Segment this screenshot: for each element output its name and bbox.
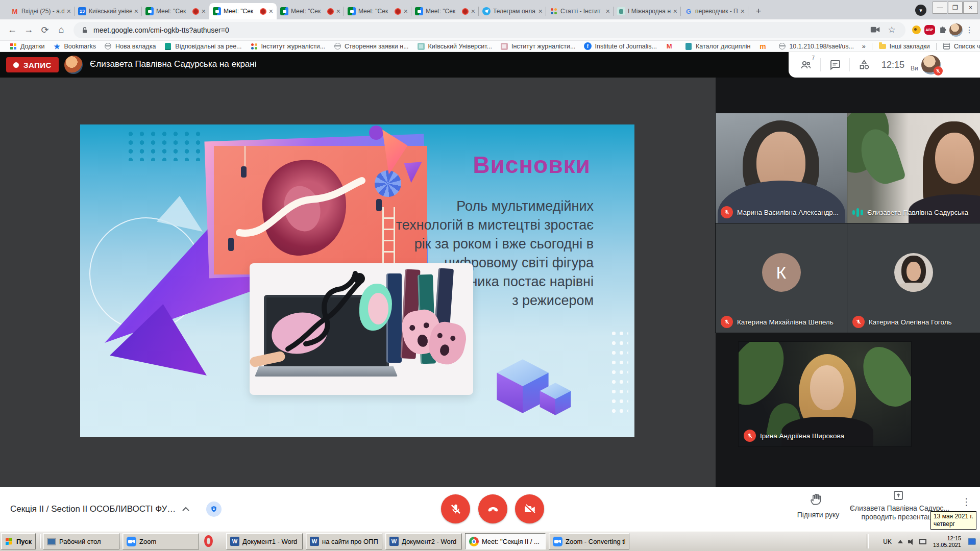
mic-off-icon: [721, 206, 733, 218]
other-bookmarks-button[interactable]: Інші закладки: [874, 42, 934, 51]
close-icon[interactable]: ×: [336, 8, 340, 15]
activities-icon[interactable]: [854, 59, 874, 71]
extensions-puzzle-icon[interactable]: [936, 26, 949, 35]
bookmark-star-icon[interactable]: ☆: [885, 24, 898, 35]
bookmark-bookmarks[interactable]: ★Bookmarks: [48, 42, 100, 51]
bookmark-ip[interactable]: 10.1.210.198/sael/us...: [774, 42, 857, 51]
mic-toggle-button[interactable]: [441, 494, 470, 523]
display-status-icon[interactable]: [968, 538, 976, 545]
forward-icon[interactable]: →: [20, 24, 37, 35]
taskbar-zoom-converting-button[interactable]: Zoom - Converting th...: [549, 533, 629, 549]
participant-name: Катерина Михайлівна Шепель: [737, 318, 834, 326]
browser-menu-icon[interactable]: ⋮: [963, 25, 976, 35]
hang-up-button[interactable]: [478, 494, 507, 523]
bookmark-apps[interactable]: Додатки: [5, 42, 48, 51]
taskbar-opera-button[interactable]: [204, 535, 213, 547]
tab-search-button[interactable]: ▾: [915, 5, 926, 16]
task-label: Zoom - Converting th...: [566, 538, 625, 545]
bookmark-label: Інститут журналісти...: [511, 43, 576, 50]
extension-duck-icon[interactable]: [910, 26, 923, 34]
meet-icon: [280, 7, 288, 15]
raise-hand-icon[interactable]: [808, 491, 823, 507]
close-icon[interactable]: ×: [673, 8, 677, 15]
bookmark-newtab[interactable]: Нова вкладка: [100, 42, 160, 51]
profile-avatar[interactable]: [949, 23, 963, 37]
tab-label: Meet: "Сек: [358, 8, 392, 15]
bookmark-moodle[interactable]: m: [754, 42, 774, 51]
participant-name-row: Марина Василівна Александр...: [721, 206, 839, 218]
bookmark-label: Bookmarks: [64, 43, 96, 50]
back-icon[interactable]: ←: [4, 24, 20, 35]
new-tab-button[interactable]: +: [751, 4, 766, 18]
taskbar-word1-button[interactable]: W Документ1 - Word: [226, 533, 303, 549]
tab-meet-2[interactable]: Meet: "Сек ×: [277, 3, 344, 19]
participant-tile[interactable]: Єлизавета Павлівна Садурська: [847, 113, 980, 223]
tab-gmail[interactable]: M Вхідні (25) - a.d ×: [7, 3, 75, 19]
tray-clock[interactable]: 12:15 13.05.2021: [933, 535, 961, 548]
participant-tile[interactable]: Ірина Андріївна Широкова: [739, 342, 911, 446]
raise-hand-label[interactable]: Підняти руку: [790, 511, 846, 519]
network-icon[interactable]: [919, 539, 926, 544]
more-options-icon[interactable]: ⋮: [962, 496, 971, 508]
taskbar-word2-button[interactable]: W на сайти про ОПП - ...: [306, 533, 382, 549]
close-icon[interactable]: ×: [741, 8, 745, 15]
tab-telegram[interactable]: Телеграм онла ×: [479, 3, 546, 19]
bookmark-responsible[interactable]: Відповідальні за рее...: [160, 42, 246, 51]
slide-illustration-panel: [214, 146, 427, 274]
start-button[interactable]: Пуск: [1, 533, 36, 549]
minimize-button[interactable]: —: [933, 2, 947, 14]
taskbar-desktop-button[interactable]: Рабочий стол: [43, 533, 119, 549]
home-icon[interactable]: ⌂: [53, 24, 69, 35]
participants-icon[interactable]: 7: [796, 59, 816, 71]
participant-tile[interactable]: Марина Василівна Александр...: [716, 113, 847, 223]
language-indicator[interactable]: UK: [883, 538, 892, 545]
self-avatar[interactable]: [921, 55, 941, 74]
volume-icon[interactable]: [908, 539, 914, 545]
tab-joomla[interactable]: Статті - Інстит ×: [546, 3, 614, 19]
tab-meet-4[interactable]: Meet: "Сек ×: [411, 3, 479, 19]
bookmark-gmail[interactable]: M: [661, 42, 680, 51]
participant-tile[interactable]: Катерина Олегівна Гоголь: [847, 223, 980, 333]
bookmarks-overflow-button[interactable]: »: [858, 43, 870, 50]
reload-icon[interactable]: ⟳: [37, 24, 53, 36]
chat-icon[interactable]: [825, 59, 845, 71]
tab-meet-3[interactable]: Meet: "Сек ×: [344, 3, 411, 19]
close-icon[interactable]: ×: [202, 8, 206, 15]
close-icon[interactable]: ×: [134, 8, 138, 15]
hidden-icons-arrow[interactable]: [898, 540, 903, 543]
bookmark-institute-1[interactable]: Інститут журналісти...: [246, 42, 330, 51]
close-icon[interactable]: ×: [404, 8, 408, 15]
close-icon[interactable]: ×: [538, 8, 543, 15]
taskbar-meet-button[interactable]: Meet: "Секція II / ...: [465, 533, 546, 549]
recording-badge: ЗАПИС: [6, 57, 59, 72]
address-bar[interactable]: meet.google.com/cmi-ogkb-tts?authuser=0 …: [74, 22, 905, 38]
adblock-icon[interactable]: ABP: [923, 25, 936, 35]
bookmark-catalog[interactable]: Каталог дисциплін: [680, 42, 754, 51]
url-text[interactable]: meet.google.com/cmi-ogkb-tts?authuser=0: [93, 26, 866, 34]
tab-conference[interactable]: І Міжнародна н ×: [614, 3, 681, 19]
camera-in-use-icon[interactable]: [870, 26, 880, 34]
participant-tile[interactable]: К Катерина Михайлівна Шепель: [716, 223, 847, 333]
camera-toggle-button[interactable]: [515, 494, 544, 523]
bookmark-facebook[interactable]: fInstitute of Journalis...: [579, 42, 661, 51]
tab-label: Статті - Інстит: [560, 8, 603, 15]
tab-meet-active[interactable]: Meet: "Сек ×: [209, 3, 277, 19]
bookmark-application[interactable]: Створення заявки н...: [329, 42, 413, 51]
close-icon[interactable]: ×: [606, 8, 610, 15]
taskbar-word3-button[interactable]: W Документ2 - Word: [385, 533, 462, 549]
meeting-safety-shield-icon[interactable]: [206, 502, 222, 517]
taskbar-zoom-button[interactable]: Zoom: [122, 533, 199, 549]
close-window-button[interactable]: ×: [963, 2, 978, 14]
close-icon[interactable]: ×: [269, 8, 273, 15]
close-icon[interactable]: ×: [67, 8, 71, 15]
slide-body-line: технологій в мистецтві зростає: [396, 216, 594, 235]
bookmark-institute-2[interactable]: Інститут журналісти...: [496, 42, 580, 51]
tab-calendar[interactable]: 13 Київський уніве ×: [75, 3, 142, 19]
chevron-up-icon[interactable]: [182, 507, 190, 512]
close-icon[interactable]: ×: [471, 8, 475, 15]
restore-button[interactable]: ❐: [948, 2, 963, 14]
reading-list-button[interactable]: Список читання: [939, 42, 980, 51]
bookmark-university[interactable]: Київський Університ...: [413, 42, 496, 51]
tab-meet-1[interactable]: Meet: "Сек ×: [142, 3, 209, 19]
tab-translator[interactable]: G переводчик - П ×: [681, 3, 748, 19]
